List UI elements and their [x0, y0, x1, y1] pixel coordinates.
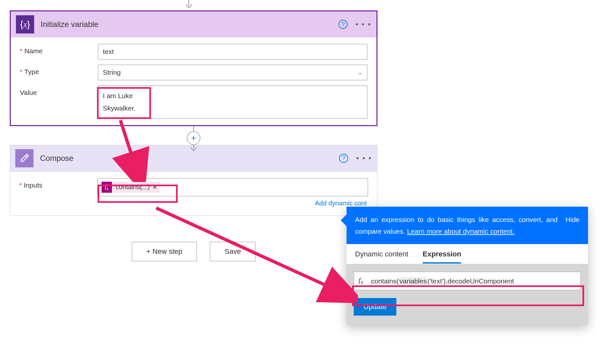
callout-arrow-icon [341, 214, 347, 226]
name-label: * Name [20, 44, 98, 55]
value-input[interactable]: I am Luke Skywalker. [98, 85, 367, 119]
expression-pill[interactable]: fx contains(...) ✕ [102, 182, 160, 193]
type-label: * Type [20, 65, 98, 76]
help-icon[interactable]: ? [339, 154, 348, 163]
initialize-variable-card[interactable]: {𝑥} Initialize variable ? • • • * Name t… [10, 10, 377, 126]
name-input[interactable]: text [98, 44, 367, 59]
more-icon[interactable]: • • • [355, 20, 371, 29]
flow-connector: + [10, 126, 377, 145]
card-header[interactable]: {𝑥} Initialize variable ? • • • [11, 11, 376, 37]
expression-tabs: Dynamic content Expression [347, 244, 588, 264]
expression-body: fx contains(variables('text'),decodeUriC… [347, 264, 588, 325]
flow-arrow-icon [184, 0, 194, 10]
compose-icon [15, 149, 34, 167]
save-button[interactable]: Save [210, 242, 255, 261]
card-title: Initialize variable [41, 20, 338, 29]
tab-dynamic-content[interactable]: Dynamic content [355, 250, 408, 264]
inputs-label: * Inputs [19, 178, 97, 189]
action-buttons: + New step Save [10, 242, 377, 261]
fx-icon: fx [359, 276, 363, 286]
close-icon[interactable]: ✕ [152, 184, 157, 191]
expression-input[interactable]: fx contains(variables('text'),decodeUriC… [354, 272, 581, 290]
help-icon[interactable]: ? [338, 20, 348, 29]
update-button[interactable]: Update [354, 298, 396, 316]
hide-tip-button[interactable]: Hide [566, 214, 580, 237]
tab-expression[interactable]: Expression [423, 250, 461, 264]
add-dynamic-content-link[interactable]: Add dynamic cont [19, 200, 368, 207]
card-body: * Name text * Type String ⌄ Value I am L… [11, 37, 376, 125]
variable-icon: {𝑥} [16, 15, 34, 33]
add-action-button[interactable]: + [187, 131, 200, 145]
compose-card[interactable]: Compose ? • • • * Inputs fx contains(...… [10, 145, 377, 216]
new-step-button[interactable]: + New step [132, 242, 197, 261]
inputs-field[interactable]: fx contains(...) ✕ [97, 178, 368, 197]
more-icon[interactable]: • • • [356, 154, 372, 163]
fx-icon: fx [102, 182, 112, 193]
chevron-down-icon: ⌄ [358, 69, 362, 76]
card-body: * Inputs fx contains(...) ✕ Add dynamic … [10, 172, 377, 216]
card-title: Compose [40, 154, 339, 163]
expression-tip: Add an expression to do basic things lik… [347, 207, 588, 244]
type-select[interactable]: String ⌄ [98, 65, 367, 80]
learn-more-link[interactable]: Learn more about dynamic content. [407, 228, 514, 235]
expression-panel: Add an expression to do basic things lik… [347, 207, 588, 325]
value-label: Value [20, 85, 98, 97]
